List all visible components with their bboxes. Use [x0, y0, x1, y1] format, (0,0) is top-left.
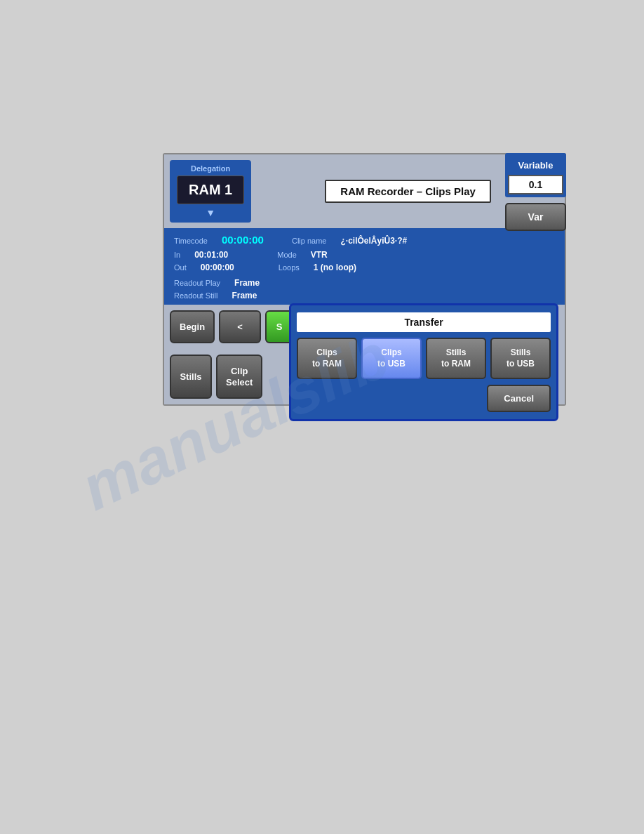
- loops-value: 1 (no loop): [314, 263, 356, 272]
- panel-title: RAM Recorder – Clips Play: [325, 180, 491, 203]
- variable-value: 0.1: [508, 175, 563, 194]
- readout-still-label: Readout Still: [174, 291, 217, 300]
- clip-name-value: ¿·cilÔelÂyiÛ3·?#: [340, 236, 407, 246]
- stills-to-ram-button[interactable]: Stillsto RAM: [426, 338, 486, 379]
- loops-label: Loops: [279, 263, 300, 272]
- mode-value: VTR: [311, 250, 328, 260]
- transfer-overlay: Transfer Clipsto RAM Clipsto USB Stillst…: [289, 303, 558, 421]
- clip-select-button[interactable]: Clip Select: [216, 355, 262, 399]
- right-panel: Variable 0.1 Var: [505, 153, 566, 231]
- variable-label: Variable: [508, 156, 563, 175]
- out-value: 00:00:00: [201, 263, 234, 272]
- delegation-value: RAM 1: [177, 176, 244, 204]
- delegation-label: Delegation: [191, 164, 230, 173]
- info-section: Timecode 00:00:00 Clip name ¿·cilÔelÂyiÛ…: [164, 228, 565, 305]
- in-value: 00:01:00: [194, 250, 228, 260]
- timecode-value: 00:00:00: [222, 234, 264, 246]
- stills-button[interactable]: Stills: [170, 355, 212, 399]
- mode-label: Mode: [277, 251, 297, 259]
- readout-play-label: Readout Play: [174, 279, 220, 287]
- delegation-arrow[interactable]: ▼: [206, 207, 215, 218]
- cancel-button[interactable]: Cancel: [487, 385, 551, 412]
- readout-play-value: Frame: [234, 278, 260, 288]
- transfer-title: Transfer: [297, 312, 551, 332]
- back-button[interactable]: <: [219, 310, 261, 343]
- readout-still-value: Frame: [232, 291, 257, 300]
- clips-to-usb-button[interactable]: Clipsto USB: [361, 338, 422, 379]
- delegation-box: Delegation RAM 1 ▼: [170, 160, 251, 223]
- timecode-label: Timecode: [174, 237, 208, 245]
- transfer-cancel-row: Cancel: [291, 385, 556, 419]
- clips-to-ram-button[interactable]: Clipsto RAM: [297, 338, 357, 379]
- out-label: Out: [174, 263, 187, 272]
- clip-name-label: Clip name: [292, 237, 327, 245]
- in-label: In: [174, 251, 180, 259]
- begin-button[interactable]: Begin: [170, 310, 215, 343]
- var-button[interactable]: Var: [505, 203, 566, 231]
- transfer-buttons: Clipsto RAM Clipsto USB Stillsto RAM Sti…: [291, 338, 556, 385]
- stills-to-usb-button[interactable]: Stillsto USB: [490, 338, 551, 379]
